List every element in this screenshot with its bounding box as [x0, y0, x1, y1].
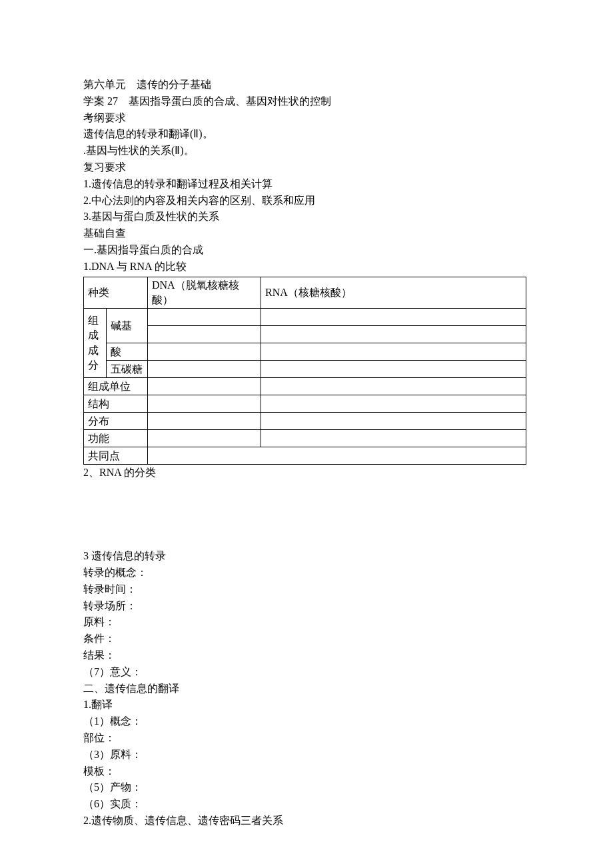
t1-item: 模板：: [83, 763, 530, 780]
question-1-title: 1.DNA 与 RNA 的比较: [83, 259, 530, 275]
translation-1-title: 1.翻译: [83, 697, 530, 713]
table-row: 分布: [84, 413, 526, 430]
section-exam-requirements-title: 考纲要求: [83, 110, 530, 127]
q3-item: （7）意义：: [83, 664, 530, 681]
table-cell: [261, 430, 526, 447]
table-rowhead-distribution: 分布: [84, 413, 148, 430]
table-rowhead-composition: 组成成分: [84, 309, 107, 378]
table-row: 组成单位: [84, 378, 526, 395]
table-row: 结构: [84, 395, 526, 413]
table-rowhead-base: 碱基: [107, 309, 148, 343]
table-cell: [261, 378, 526, 395]
table-cell: [148, 343, 261, 361]
dna-rna-comparison-table: 种类 DNA（脱氧核糖核酸） RNA（核糖核酸） 组成成分 碱基 酸 五碳糖 组…: [83, 277, 526, 465]
table-cell: [148, 395, 261, 413]
t1-item: （6）实质：: [83, 796, 530, 813]
section-one-title: 一.基因指导蛋白质的合成: [83, 242, 530, 259]
table-row: 功能: [84, 430, 526, 447]
table-cell: [148, 447, 526, 465]
q3-item: 转录时间：: [83, 581, 530, 598]
section-review-requirements-title: 复习要求: [83, 159, 530, 176]
unit-title: 第六单元 遗传的分子基础: [83, 77, 530, 93]
q3-item: 转录的概念：: [83, 565, 530, 581]
table-row: 五碳糖: [84, 361, 526, 378]
question-3-title: 3 遗传信息的转录: [83, 548, 530, 565]
section-two-title: 二、遗传信息的翻译: [83, 681, 530, 697]
table-cell: [261, 309, 526, 326]
question-2-title: 2、RNA 的分类: [83, 465, 530, 481]
q3-item: 结果：: [83, 647, 530, 664]
table-cell: [148, 413, 261, 430]
table-cell: [148, 309, 261, 326]
table-row: 共同点: [84, 447, 526, 465]
exam-req-item: 遗传信息的转录和翻译(Ⅱ)。: [83, 126, 530, 143]
t1-item: （3）原料：: [83, 747, 530, 763]
table-row: 组成成分 碱基: [84, 309, 526, 326]
table-cell: [148, 378, 261, 395]
table-row: [84, 326, 526, 343]
table-rowhead-acid: 酸: [107, 343, 148, 361]
exam-req-item: .基因与性状的关系(Ⅱ)。: [83, 143, 530, 159]
q3-item: 条件：: [83, 631, 530, 647]
table-rowhead-common: 共同点: [84, 447, 148, 465]
table-rowhead-unit: 组成单位: [84, 378, 148, 395]
blank-space: [83, 481, 530, 548]
lesson-title: 学案 27 基因指导蛋白质的合成、基因对性状的控制: [83, 93, 530, 110]
t1-item: 部位：: [83, 730, 530, 747]
table-cell: [148, 361, 261, 378]
table-row: 种类 DNA（脱氧核糖核酸） RNA（核糖核酸）: [84, 277, 526, 309]
table-cell: [261, 361, 526, 378]
review-item: 3.基因与蛋白质及性状的关系: [83, 209, 530, 225]
translation-2-title: 2.遗传物质、遗传信息、遗传密码三者关系: [83, 813, 530, 829]
q3-item: 转录场所：: [83, 598, 530, 615]
t1-item: （1）概念：: [83, 713, 530, 730]
table-cell: [148, 430, 261, 447]
t1-item: （5）产物：: [83, 779, 530, 796]
table-cell: [261, 343, 526, 361]
table-rowhead-sugar: 五碳糖: [107, 361, 148, 378]
table-cell: [148, 326, 261, 343]
table-rowhead-function: 功能: [84, 430, 148, 447]
table-header-type: 种类: [84, 277, 148, 309]
table-row: 酸: [84, 343, 526, 361]
section-basic-check-title: 基础自查: [83, 225, 530, 242]
q3-item: 原料：: [83, 614, 530, 631]
table-header-rna: RNA（核糖核酸）: [261, 277, 526, 309]
table-cell: [261, 326, 526, 343]
table-rowhead-structure: 结构: [84, 395, 148, 413]
table-cell: [261, 413, 526, 430]
review-item: 2.中心法则的内容及相关内容的区别、联系和应用: [83, 193, 530, 209]
table-cell: [261, 395, 526, 413]
review-item: 1.遗传信息的转录和翻译过程及相关计算: [83, 176, 530, 193]
document-page: 第六单元 遗传的分子基础 学案 27 基因指导蛋白质的合成、基因对性状的控制 考…: [0, 0, 613, 868]
table-header-dna: DNA（脱氧核糖核酸）: [148, 277, 261, 309]
